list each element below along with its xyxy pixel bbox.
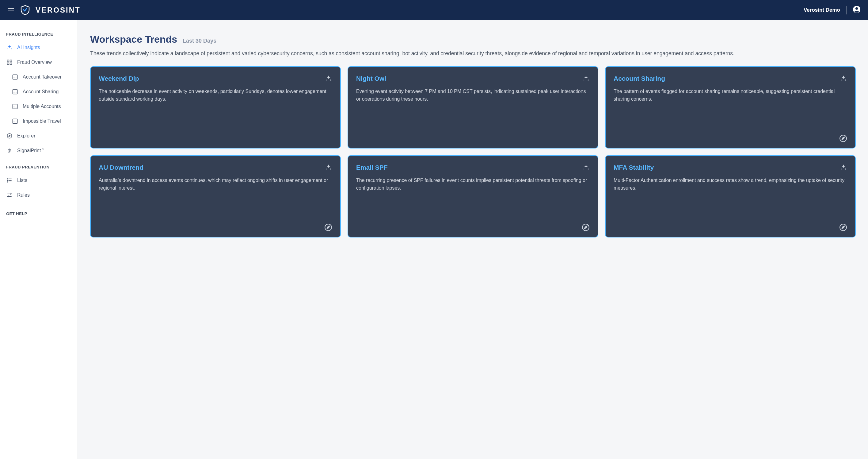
nav-label: AI Insights (17, 45, 40, 50)
nav-multiple-accounts[interactable]: Multiple Accounts (0, 99, 78, 114)
topbar-right: Verosint Demo (804, 5, 861, 15)
card-divider (99, 131, 332, 131)
svg-marker-35 (327, 226, 330, 229)
sparkle-icon (582, 75, 590, 83)
explore-button[interactable] (324, 223, 332, 231)
nav-impossible-travel[interactable]: Impossible Travel (0, 114, 78, 128)
brand-name: VEROSINT (36, 6, 81, 15)
page-description: These trends collectively indicate a lan… (90, 49, 856, 58)
card-divider (356, 131, 590, 131)
fingerprint-icon (6, 147, 13, 154)
card-header: Email SPF (356, 164, 590, 172)
sparkle-icon (325, 164, 332, 172)
nav-label: Account Takeover (23, 74, 62, 80)
nav-lists[interactable]: Lists (0, 173, 78, 188)
card-footer (99, 134, 332, 142)
nav-label: Account Sharing (23, 89, 59, 94)
svg-point-28 (7, 180, 8, 181)
main-content: Workspace Trends Last 30 Days These tren… (78, 20, 868, 459)
card-divider (614, 220, 847, 220)
page-header: Workspace Trends Last 30 Days (90, 34, 856, 45)
nav-signalprint[interactable]: SignalPrint™ (0, 143, 78, 158)
list-icon (6, 177, 13, 184)
svg-marker-39 (842, 226, 845, 229)
card-header: Account Sharing (614, 75, 847, 83)
workspace-name[interactable]: Verosint Demo (804, 7, 840, 13)
trend-card: Account SharingThe pattern of events fla… (605, 66, 856, 148)
card-divider (99, 220, 332, 220)
divider (846, 6, 846, 15)
card-description: The recurring presence of SPF failures i… (356, 177, 590, 214)
svg-rect-3 (10, 60, 12, 62)
svg-rect-4 (7, 63, 9, 65)
card-description: The noticeable decrease in event activit… (99, 88, 332, 125)
card-footer (99, 223, 332, 231)
card-title[interactable]: Weekend Dip (99, 75, 139, 82)
explore-button[interactable] (582, 223, 590, 231)
nav-rules[interactable]: Rules (0, 188, 78, 202)
bar-chart-icon (12, 103, 19, 110)
compass-icon (324, 227, 332, 232)
nav-label: Explorer (17, 133, 36, 139)
nav-label: Multiple Accounts (23, 104, 61, 109)
nav-label: Rules (17, 192, 30, 198)
compass-icon (6, 133, 13, 139)
card-footer (356, 134, 590, 142)
account-button[interactable] (853, 5, 861, 15)
svg-rect-5 (10, 63, 12, 65)
card-description: Australia's downtrend in access events c… (99, 177, 332, 214)
sidebar: FRAUD INTELLIGENCE AI Insights Fraud Ove… (0, 20, 78, 459)
card-header: Night Owl (356, 75, 590, 83)
card-header: MFA Stability (614, 164, 847, 172)
trend-card: AU DowntrendAustralia's downtrend in acc… (90, 155, 341, 237)
card-title[interactable]: Night Owl (356, 75, 386, 82)
card-title[interactable]: AU Downtrend (99, 164, 144, 171)
svg-point-27 (7, 178, 8, 179)
hamburger-icon (7, 6, 15, 14)
card-title[interactable]: MFA Stability (614, 164, 654, 171)
divider (0, 207, 78, 207)
explore-button[interactable] (839, 134, 847, 142)
nav-account-takeover[interactable]: Account Takeover (0, 70, 78, 84)
nav-label: SignalPrint™ (17, 148, 44, 153)
svg-marker-37 (585, 226, 587, 229)
svg-rect-2 (7, 60, 9, 62)
card-divider (614, 131, 847, 131)
section-fraud-prevention: FRAUD PREVENTION (0, 165, 78, 173)
svg-point-29 (7, 182, 8, 182)
trend-card: Night OwlEvening event activity between … (347, 66, 598, 148)
sparkle-icon (840, 164, 847, 172)
sparkle-icon (6, 44, 13, 51)
bar-chart-icon (12, 88, 19, 95)
nav-ai-insights[interactable]: AI Insights (0, 40, 78, 55)
logo-mark (20, 5, 30, 15)
trend-card: Weekend DipThe noticeable decrease in ev… (90, 66, 341, 148)
compass-icon (582, 227, 590, 232)
nav-fraud-overview[interactable]: Fraud Overview (0, 55, 78, 70)
nav-label: Impossible Travel (23, 118, 61, 124)
svg-point-1 (856, 7, 858, 9)
svg-marker-23 (9, 135, 10, 137)
card-title[interactable]: Account Sharing (614, 75, 665, 82)
nav-label: Lists (17, 178, 27, 183)
sparkle-icon (325, 75, 332, 83)
sparkle-icon (582, 164, 590, 172)
bar-chart-icon (12, 74, 19, 80)
card-header: Weekend Dip (99, 75, 332, 83)
topbar: VEROSINT Verosint Demo (0, 0, 868, 20)
card-header: AU Downtrend (99, 164, 332, 172)
nav-account-sharing[interactable]: Account Sharing (0, 84, 78, 99)
svg-marker-33 (842, 137, 845, 140)
trend-card: MFA StabilityMulti-Factor Authentication… (605, 155, 856, 237)
topbar-left: VEROSINT (7, 5, 81, 15)
sparkle-icon (840, 75, 847, 83)
explore-button[interactable] (839, 223, 847, 231)
menu-button[interactable] (7, 6, 15, 14)
nav-label: Fraud Overview (17, 59, 52, 65)
card-description: Multi-Factor Authentication enrollment a… (614, 177, 847, 214)
card-description: Evening event activity between 7 PM and … (356, 88, 590, 125)
card-description: The pattern of events flagged for accoun… (614, 88, 847, 125)
cards-grid: Weekend DipThe noticeable decrease in ev… (90, 66, 856, 237)
card-title[interactable]: Email SPF (356, 164, 388, 171)
nav-explorer[interactable]: Explorer (0, 128, 78, 143)
